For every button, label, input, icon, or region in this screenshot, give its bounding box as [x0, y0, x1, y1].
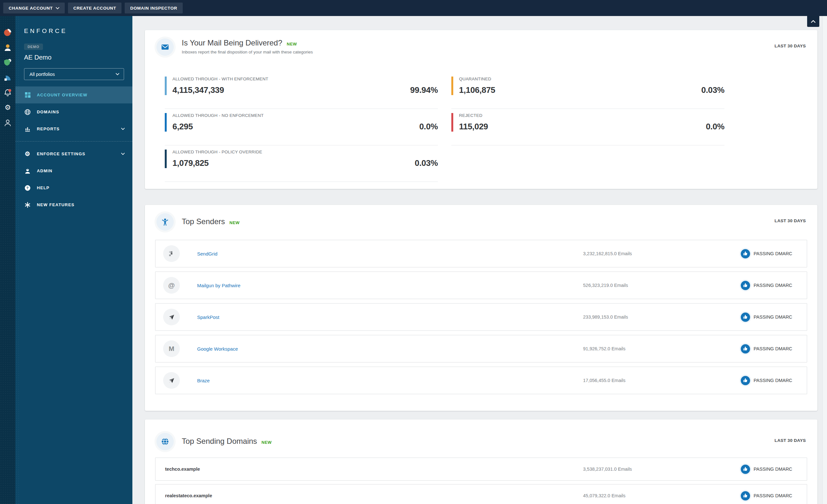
sidebar: ENFORCE DEMO AE Demo All portfolios ACCO… — [15, 16, 132, 504]
brand-logo-icon[interactable] — [4, 28, 12, 37]
scrollbar[interactable] — [823, 16, 827, 504]
shield-icon[interactable] — [4, 58, 12, 67]
dmarc-status-label: PASSING DMARC — [753, 346, 792, 351]
account-name: AE Demo — [24, 54, 124, 61]
sidebar-item-domains[interactable]: DOMAINS — [15, 103, 132, 120]
email-count: 233,989,153.0 Emails — [583, 315, 741, 320]
person-icon — [24, 167, 31, 174]
delivery-stats: ALLOWED THROUGH - WITH ENFORCEMENT 4,115… — [165, 72, 724, 182]
notifications-bell-icon[interactable] — [4, 89, 12, 97]
period-label: LAST 30 DAYS — [774, 438, 806, 443]
sender-link[interactable]: SendGrid — [197, 251, 583, 257]
sidebar-item-label: NEW FEATURES — [37, 202, 75, 207]
sender-link[interactable]: Google Workspace — [197, 346, 583, 351]
chevron-down-icon — [121, 128, 125, 130]
reports-fan-icon[interactable] — [4, 73, 12, 81]
envelope-icon — [156, 39, 174, 56]
sidebar-item-label: ENFORCE SETTINGS — [37, 152, 85, 156]
sender-row: M Google Workspace 91,926,752.0 Emails P… — [155, 335, 807, 362]
email-count: 91,926,752.0 Emails — [583, 346, 741, 351]
bar-chart-icon — [24, 125, 31, 132]
stat-allowed-no-enforcement: ALLOWED THROUGH - NO ENFORCEMENT 6,295 0… — [165, 109, 438, 146]
thumbs-up-icon — [741, 313, 750, 322]
email-count: 45,079,322.0 Emails — [583, 493, 741, 498]
sidebar-item-reports[interactable]: REPORTS — [15, 120, 132, 137]
dmarc-status-badge: PASSING DMARC — [741, 491, 802, 500]
thumbs-up-icon — [741, 491, 750, 500]
domain-row: realestateco.example 45,079,322.0 Emails… — [155, 484, 807, 504]
stat-label: ALLOWED THROUGH - NO ENFORCEMENT — [173, 113, 438, 118]
dmarc-status-label: PASSING DMARC — [753, 315, 792, 320]
sidebar-item-enforce-settings[interactable]: ⚙ ENFORCE SETTINGS — [15, 146, 132, 162]
sender-link[interactable]: Mailgun by Pathwire — [197, 283, 583, 288]
profile-person-icon[interactable] — [4, 118, 12, 127]
sender-link[interactable]: SparkPost — [197, 315, 583, 320]
email-count: 3,232,162,815.0 Emails — [583, 251, 741, 256]
sidebar-divider — [15, 141, 132, 142]
sidebar-item-label: REPORTS — [37, 126, 60, 131]
sidebar-item-label: ACCOUNT OVERVIEW — [37, 93, 88, 97]
sidebar-item-help[interactable]: ? HELP — [15, 179, 132, 196]
dmarc-status-label: PASSING DMARC — [753, 378, 792, 383]
account-user-icon[interactable] — [4, 43, 12, 52]
dmarc-status-badge: PASSING DMARC — [741, 376, 802, 385]
sidebar-item-new-features[interactable]: NEW FEATURES — [15, 196, 132, 213]
card-subtitle: Inboxes report the final disposition of … — [182, 50, 313, 54]
stat-percent: 99.94% — [410, 85, 438, 95]
stat-value: 1,079,825 — [173, 158, 209, 168]
svg-text:?: ? — [26, 186, 29, 190]
demo-badge: DEMO — [24, 44, 43, 50]
domain-inspector-label: DOMAIN INSPECTOR — [130, 6, 177, 11]
sidebar-item-label: HELP — [37, 185, 49, 190]
stat-value: 6,295 — [173, 122, 193, 131]
settings-gear-icon[interactable]: ⚙ — [4, 103, 12, 112]
card-title: Top Sending Domains — [182, 437, 257, 446]
scroll-to-top-button[interactable] — [807, 16, 819, 27]
dmarc-status-badge: PASSING DMARC — [741, 281, 802, 290]
stat-value: 4,115,347,339 — [173, 85, 224, 95]
stat-percent: 0.03% — [701, 85, 724, 95]
sender-list: SendGrid 3,232,162,815.0 Emails PASSING … — [155, 240, 807, 394]
thumbs-up-icon — [741, 376, 750, 385]
thumbs-up-icon — [741, 465, 750, 474]
chevron-down-icon — [56, 7, 59, 9]
sidebar-item-account-overview[interactable]: ACCOUNT OVERVIEW — [15, 87, 132, 103]
sidebar-item-admin[interactable]: ADMIN — [15, 162, 132, 179]
stat-empty-cell — [451, 146, 724, 182]
portfolio-selected-value: All portfolios — [30, 72, 116, 77]
new-badge: NEW — [230, 220, 240, 225]
dmarc-status-badge: PASSING DMARC — [741, 249, 802, 259]
portfolio-select[interactable]: All portfolios — [24, 68, 124, 80]
stat-quarantined: QUARANTINED 1,106,875 0.03% — [451, 72, 724, 109]
sparkpost-logo-icon — [163, 309, 180, 325]
new-badge: NEW — [261, 440, 272, 445]
sender-link[interactable]: Braze — [197, 378, 583, 383]
card-title: Top Senders — [182, 217, 225, 226]
stat-label: QUARANTINED — [459, 76, 724, 81]
create-account-button[interactable]: CREATE ACCOUNT — [68, 3, 122, 13]
email-count: 3,538,237,031.0 Emails — [583, 466, 741, 472]
email-count: 17,056,455.0 Emails — [583, 378, 741, 383]
chevron-down-icon — [116, 73, 119, 75]
icon-rail: ⚙ — [0, 16, 15, 504]
main-content: Is Your Mail Being Delivered? NEW Inboxe… — [132, 16, 827, 504]
stat-value: 115,029 — [459, 122, 488, 131]
enforce-logo: ENFORCE — [24, 27, 124, 35]
new-badge: NEW — [287, 42, 297, 46]
dmarc-status-label: PASSING DMARC — [753, 251, 792, 256]
dmarc-status-label: PASSING DMARC — [753, 493, 792, 498]
braze-logo-icon — [163, 372, 180, 389]
sidebar-item-label: ADMIN — [37, 168, 53, 173]
stat-value: 1,106,875 — [459, 85, 495, 95]
dmarc-status-badge: PASSING DMARC — [741, 344, 802, 353]
thumbs-up-icon — [741, 249, 750, 259]
period-label: LAST 30 DAYS — [774, 44, 806, 48]
sender-row: @ Mailgun by Pathwire 526,323,219.0 Emai… — [155, 272, 807, 299]
chevron-up-icon — [811, 20, 816, 23]
stat-percent: 0.03% — [415, 158, 438, 168]
change-account-button[interactable]: CHANGE ACCOUNT — [3, 3, 65, 13]
change-account-label: CHANGE ACCOUNT — [9, 6, 53, 11]
thumbs-up-icon — [741, 281, 750, 290]
domain-inspector-button[interactable]: DOMAIN INSPECTOR — [125, 3, 183, 13]
globe-icon — [156, 433, 174, 450]
